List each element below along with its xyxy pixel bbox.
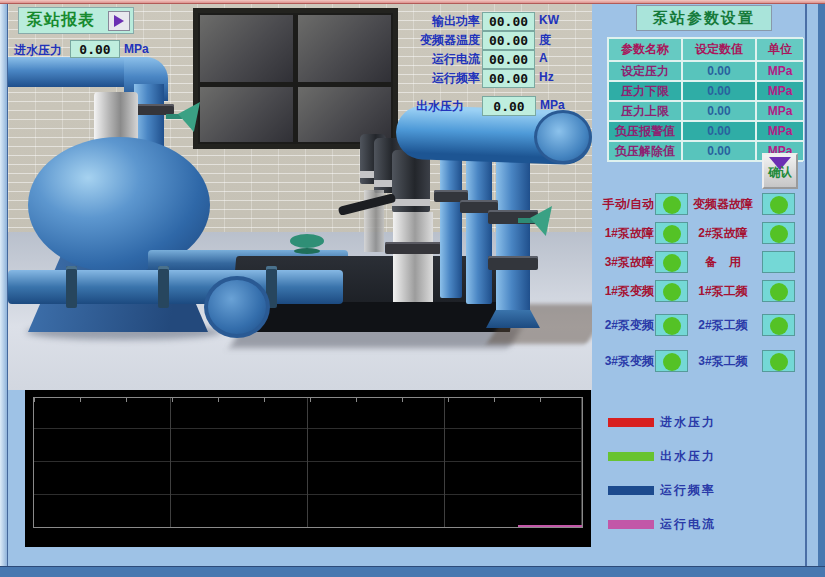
legend-label: 运行电流 [660, 516, 716, 533]
output-power-label: 输出功率 [388, 13, 480, 30]
legend-item: 运行频率 [592, 480, 806, 500]
legend-item: 出水压力 [592, 446, 806, 466]
outlet-pressure-value: 0.00 [482, 96, 536, 116]
legend-swatch-inlet [608, 418, 654, 427]
output-power-value: 00.00 [482, 12, 535, 31]
axis-tick-marks [34, 398, 582, 402]
inverter-temp-value: 00.00 [482, 31, 535, 50]
col-header-value: 设定数值 [682, 38, 756, 61]
pump3-vfd-label: 3#泵变频 [594, 353, 654, 370]
pump3-mains-lamp [762, 350, 795, 372]
running-current-trace [518, 525, 582, 527]
setting-name: 设定压力 [608, 61, 682, 81]
pump2-mains-label: 2#泵工频 [688, 317, 758, 334]
legend-label: 出水压力 [660, 448, 716, 465]
setting-value[interactable]: 0.00 [682, 61, 756, 81]
trend-chart [25, 390, 591, 547]
setting-value[interactable]: 0.00 [682, 101, 756, 121]
pump2-vfd-label: 2#泵变频 [594, 317, 654, 334]
pump1-vfd-lamp [655, 280, 688, 302]
inverter-fault-lamp [762, 193, 795, 215]
col-header-unit: 单位 [756, 38, 804, 61]
panel-title: 泵站参数设置 [636, 5, 772, 31]
spare-label: 备 用 [688, 254, 758, 271]
pump2-vfd-lamp [655, 314, 688, 336]
status-row: 1#泵故障 2#泵故障 [592, 222, 806, 246]
green-valve-handle [518, 206, 552, 236]
setting-unit: MPa [756, 101, 804, 121]
legend-swatch-frequency [608, 486, 654, 495]
blind-flange-disc [204, 276, 270, 338]
output-power-unit: KW [539, 13, 559, 27]
setting-value[interactable]: 0.00 [682, 141, 756, 161]
pump3-vfd-lamp [655, 350, 688, 372]
legend-item: 进水压力 [592, 412, 806, 432]
legend-swatch-outlet [608, 452, 654, 461]
col-header-name: 参数名称 [608, 38, 682, 61]
status-row: 3#泵故障 备 用 [592, 251, 806, 275]
valve-blade [178, 102, 200, 132]
running-frequency-label: 运行频率 [388, 70, 480, 87]
settings-table: 参数名称 设定数值 单位 设定压力 0.00 MPa 压力下限 0.00 MPa… [607, 37, 803, 162]
parameter-panel: 泵站参数设置 参数名称 设定数值 单位 设定压力 0.00 MPa 压力下限 0… [592, 4, 806, 566]
setting-name: 压力下限 [608, 81, 682, 101]
confirm-button[interactable]: 确认 [762, 153, 798, 189]
setting-unit: MPa [756, 81, 804, 101]
setting-value[interactable]: 0.00 [682, 81, 756, 101]
running-current-value: 00.00 [482, 50, 535, 69]
trend-plot-area [33, 397, 583, 528]
inverter-temp-label: 变频器温度 [388, 32, 480, 49]
window-pane [200, 15, 293, 82]
suction-pipe-front [8, 270, 343, 304]
window-pane [200, 87, 293, 142]
running-current-label: 运行电流 [388, 51, 480, 68]
status-row: 1#泵变频 1#泵工频 [592, 280, 806, 304]
manual-auto-lamp[interactable] [655, 193, 688, 215]
legend-label: 运行频率 [660, 482, 716, 499]
pump3-fault-label: 3#泵故障 [594, 254, 654, 271]
pump3-fault-lamp [655, 251, 688, 273]
gate-valve-handwheel [290, 234, 324, 248]
pump1-mains-label: 1#泵工频 [688, 283, 758, 300]
outlet-pressure-label: 出水压力 [416, 98, 464, 115]
hmi-pump-station-screen: 泵站报表 进水压力 0.00 MPa 输出功率 00.00 KW 变频器温度 0… [0, 0, 825, 577]
pump1-vfd-label: 1#泵变频 [594, 283, 654, 300]
pump-body-front [393, 212, 433, 302]
legend-swatch-current [608, 520, 654, 529]
play-icon [108, 11, 130, 31]
inverter-temp-unit: 度 [539, 32, 551, 49]
motor-band [392, 199, 430, 206]
status-row: 2#泵变频 2#泵工频 [592, 314, 806, 338]
pipe-flange [66, 266, 77, 308]
setting-name: 压力上限 [608, 101, 682, 121]
inlet-pressure-unit: MPa [124, 42, 149, 56]
pump1-fault-label: 1#泵故障 [594, 225, 654, 242]
pump-station-3d-scene: 泵站报表 进水压力 0.00 MPa 输出功率 00.00 KW 变频器温度 0… [8, 4, 592, 390]
inlet-pressure-label: 进水压力 [14, 42, 62, 59]
setting-unit: MPa [756, 121, 804, 141]
inlet-pressure-value: 0.00 [70, 40, 120, 58]
status-row: 3#泵变频 3#泵工频 [592, 350, 806, 374]
pipe-flange [158, 266, 169, 308]
running-frequency-value: 00.00 [482, 69, 535, 88]
report-button[interactable]: 泵站报表 [18, 7, 134, 34]
riser-flange-ring [488, 256, 538, 270]
window-border-bottom [0, 566, 825, 577]
running-current-unit: A [539, 51, 548, 65]
inverter-fault-label: 变频器故障 [688, 196, 758, 213]
green-valve-handle [166, 102, 200, 132]
outlet-pressure-unit: MPa [540, 98, 565, 112]
window-border-right [818, 4, 825, 577]
setting-unit: MPa [756, 61, 804, 81]
running-frequency-unit: Hz [539, 70, 554, 84]
manual-auto-label: 手动/自动 [594, 196, 654, 213]
confirm-button-label: 确认 [764, 164, 796, 181]
spare-lamp [762, 251, 795, 273]
report-button-label: 泵站报表 [27, 10, 108, 31]
scene-window [193, 8, 398, 149]
legend-label: 进水压力 [660, 414, 716, 431]
setting-value[interactable]: 0.00 [682, 121, 756, 141]
pump2-fault-label: 2#泵故障 [688, 225, 758, 242]
pump2-fault-lamp [762, 222, 795, 244]
pump-clamp [385, 242, 441, 254]
